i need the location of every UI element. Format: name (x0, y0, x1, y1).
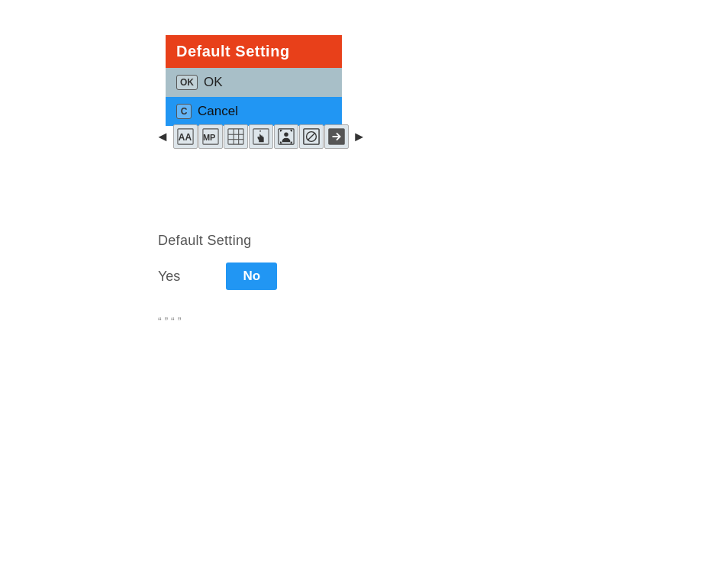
mp-icon[interactable]: MP (198, 124, 223, 149)
svg-text:AA: AA (179, 132, 192, 143)
cancel-key-badge: C (176, 104, 192, 119)
bottom-section: Default Setting Yes No (158, 233, 277, 290)
cancel-option[interactable]: C Cancel (166, 97, 342, 126)
ok-option[interactable]: OK OK (166, 68, 342, 97)
svg-text:MP: MP (203, 133, 216, 142)
svg-rect-4 (228, 129, 243, 144)
description-text: “ ” “ ” (158, 313, 181, 330)
left-arrow[interactable]: ◄ (153, 126, 172, 148)
grid-icon[interactable] (224, 124, 248, 149)
no-button[interactable]: No (226, 263, 277, 290)
arrow-enter-icon[interactable] (324, 124, 349, 149)
svg-point-11 (284, 133, 288, 137)
ok-key-badge: OK (176, 75, 198, 90)
top-dialog: Default Setting OK OK C Cancel (166, 35, 342, 126)
dialog-title: Default Setting (166, 35, 342, 68)
no-entry-icon[interactable] (299, 124, 324, 149)
person-detect-icon[interactable] (274, 124, 298, 149)
text-mode-icon[interactable]: AA (173, 124, 198, 149)
yes-no-row: Yes No (158, 263, 277, 290)
right-arrow[interactable]: ► (350, 126, 369, 148)
ok-label: OK (204, 75, 223, 90)
toolbar: ◄ AA MP (153, 124, 369, 149)
cancel-label: Cancel (198, 104, 238, 119)
bottom-dialog-title: Default Setting (158, 233, 277, 249)
hand-icon[interactable] (249, 124, 273, 149)
yes-label: Yes (158, 269, 180, 285)
svg-line-14 (308, 133, 314, 140)
